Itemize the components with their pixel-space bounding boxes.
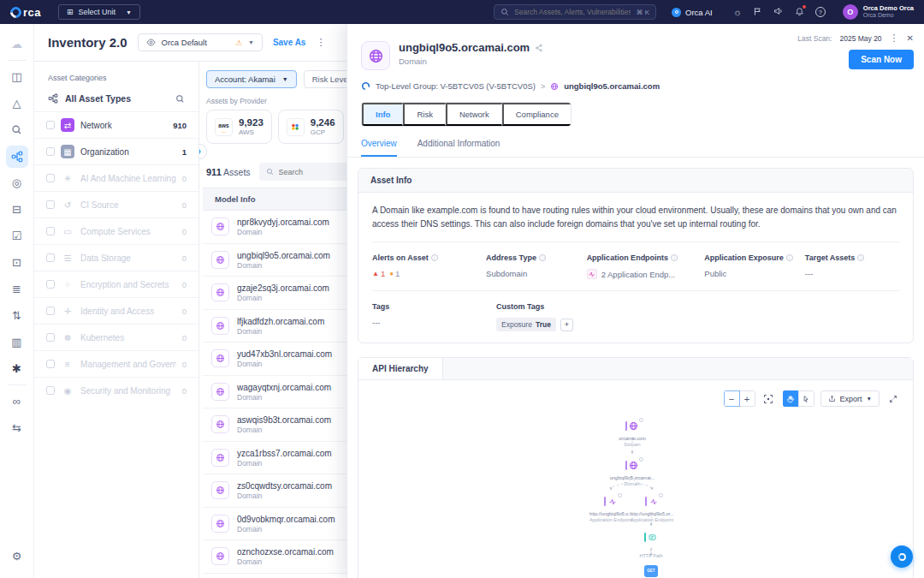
fit-view-button[interactable] <box>761 390 777 407</box>
account-filter-dropdown[interactable]: Account: Akamai ▼ <box>206 70 297 88</box>
notifications-icon[interactable] <box>795 7 804 18</box>
category-row[interactable]: ⇄ Network 910 <box>34 111 198 138</box>
category-row[interactable]: ✛ Identity and Access 0 <box>34 297 198 324</box>
sidebar-item-home[interactable]: ☁ <box>6 33 28 56</box>
high-alert-badge[interactable]: ▲1 <box>372 269 385 278</box>
sidebar-item-identity[interactable]: ▥ <box>6 331 28 354</box>
select-unit-dropdown[interactable]: ⊞ Select Unit ▼ <box>58 4 140 20</box>
detail-tab[interactable]: Network <box>446 103 502 126</box>
user-menu[interactable]: O Orca Demo Orca Orca Demo <box>843 4 914 20</box>
scan-now-button[interactable]: Scan Now <box>849 50 914 69</box>
info-icon[interactable]: i <box>786 254 793 261</box>
collapse-panel-toggle[interactable]: ▲▼ <box>199 144 207 159</box>
sidebar-item-inventory[interactable] <box>6 146 28 168</box>
pan-tool-button[interactable] <box>783 390 799 407</box>
sidebar-item-compliance[interactable]: ☑ <box>6 225 28 247</box>
checkbox[interactable] <box>46 307 55 315</box>
info-icon[interactable]: i <box>857 254 864 261</box>
category-row[interactable]: ↺ CI Source 0 <box>34 191 198 217</box>
sidebar-item-integrations[interactable]: ⇆ <box>6 417 28 439</box>
category-count: 0 <box>182 200 187 210</box>
search-icon[interactable] <box>175 94 185 104</box>
sidebar-item-cicd[interactable]: ∞ <box>6 390 28 413</box>
graph-node-http-operation[interactable]: GET GET / HTTP Operation <box>618 560 684 578</box>
category-row[interactable]: ▭ Compute Services 0 <box>34 217 198 244</box>
category-row[interactable]: ☸ Kubernetes 0 <box>34 324 198 350</box>
chevron-down-icon: ▼ <box>867 396 872 402</box>
category-row[interactable]: ◉ Security and Monitoring 0 <box>34 377 198 403</box>
select-tool-button[interactable] <box>798 390 814 407</box>
flag-icon[interactable] <box>753 7 762 18</box>
provider-card-gcp[interactable]: 9,246 GCP <box>278 110 344 144</box>
sidebar-item-dashboard[interactable]: ◫ <box>6 66 28 88</box>
fullscreen-button[interactable] <box>885 390 901 407</box>
add-tag-button[interactable]: + <box>560 319 573 331</box>
orca-logo[interactable]: rca <box>10 6 41 19</box>
zoom-in-button[interactable]: + <box>739 390 755 407</box>
info-icon[interactable]: i <box>539 254 546 261</box>
sidebar-item-discovery[interactable] <box>6 119 28 141</box>
help-icon[interactable]: ? <box>815 7 826 17</box>
detail-tab[interactable]: Risk <box>403 103 445 126</box>
save-as-button[interactable]: Save As <box>273 38 306 47</box>
detail-subtab[interactable]: Overview <box>361 139 397 157</box>
detail-tab[interactable]: Info <box>362 103 403 126</box>
panel-kebab-menu[interactable]: ⋮ <box>890 33 899 44</box>
graph-node-subdomain[interactable]: ungbiql9o5.orcamai... Domain <box>599 458 666 487</box>
checkbox[interactable] <box>46 121 55 129</box>
checkbox[interactable] <box>46 200 55 209</box>
breadcrumb-asset[interactable]: ungbiql9o5.orcamai.com <box>564 81 660 91</box>
sidebar-item-alerts[interactable]: △ <box>6 92 28 115</box>
category-row[interactable]: ▦ Organization 1 <box>34 138 198 164</box>
category-row[interactable]: ✳ AI And Machine Learning 0 <box>34 164 198 191</box>
api-hierarchy-tab[interactable]: API Hierarchy <box>358 358 443 379</box>
api-hierarchy-canvas[interactable]: − + Export ▼ <box>358 380 913 578</box>
sidebar-item-settings[interactable]: ⚙ <box>6 545 28 568</box>
unit-grid-icon: ⊞ <box>67 8 74 16</box>
custom-tag-chip[interactable]: ExposureTrue <box>496 318 556 331</box>
info-icon[interactable]: i <box>431 254 438 261</box>
global-search-input[interactable] <box>514 8 631 16</box>
orca-ai-button[interactable]: Orca AI <box>672 8 713 17</box>
sidebar-item-shift-left[interactable]: ⊡ <box>6 252 28 274</box>
checkbox[interactable] <box>46 227 55 235</box>
checkbox[interactable] <box>46 333 55 342</box>
breadcrumb-group[interactable]: Top-Level Group: V-5BTCV0S (V-5BTCV0S) <box>376 81 536 91</box>
checkbox[interactable] <box>46 360 55 368</box>
zoom-out-button[interactable]: − <box>724 390 740 407</box>
category-row[interactable]: ⁘ Encryption and Secrets 0 <box>34 271 198 297</box>
checkbox[interactable] <box>46 253 55 262</box>
detail-subtab[interactable]: Additional Information <box>418 139 500 157</box>
header-kebab-menu[interactable]: ⋮ <box>316 37 325 48</box>
checkbox[interactable] <box>46 174 55 182</box>
sidebar-item-malware[interactable]: ✱ <box>6 358 28 380</box>
provider-card-aws[interactable]: aws‿ 9,923 AWS <box>206 110 272 144</box>
category-row[interactable]: ≡ Management and Governa... 0 <box>34 350 198 377</box>
detail-tab[interactable]: Compliance <box>502 103 571 126</box>
export-button[interactable]: Export ▼ <box>820 390 880 407</box>
checkbox[interactable] <box>46 280 55 289</box>
theme-toggle-icon[interactable]: ☼ <box>733 8 742 17</box>
category-row[interactable]: ☰ Data Storage 0 <box>34 244 198 271</box>
global-search[interactable]: ⌘ K <box>494 4 656 20</box>
all-asset-types-row[interactable]: All Asset Types <box>34 89 198 111</box>
sidebar-item-cloud-security[interactable]: ⇅ <box>6 305 28 327</box>
medium-alert-badge[interactable]: ●1 <box>389 269 400 278</box>
endpoints-link[interactable]: 2 Application Endp... <box>601 270 676 279</box>
graph-node-endpoint-2[interactable]: http://ungbiql9o5.or... Application Endp… <box>619 494 685 523</box>
graph-node-http-path[interactable]: / HTTP Path <box>618 530 684 559</box>
field-tags: Tags --- <box>372 302 496 331</box>
get-method-badge: GET <box>644 565 658 577</box>
sidebar-item-attack-paths[interactable]: ◎ <box>6 172 28 194</box>
orca-ai-chat-button[interactable] <box>891 545 913 568</box>
sidebar-item-projects[interactable]: ⊟ <box>6 199 28 221</box>
announcements-icon[interactable] <box>773 6 784 18</box>
info-icon[interactable]: i <box>671 254 678 261</box>
sidebar-item-data-security[interactable]: ≣ <box>6 278 28 301</box>
graph-node-root-domain[interactable]: orcamai.com Domain <box>599 419 666 448</box>
checkbox[interactable] <box>46 147 55 156</box>
checkbox[interactable] <box>46 386 55 395</box>
share-icon[interactable] <box>535 44 543 52</box>
view-selector-dropdown[interactable]: Orca Default ⚠ ▼ <box>138 33 263 51</box>
close-icon[interactable]: ✕ <box>907 33 914 43</box>
